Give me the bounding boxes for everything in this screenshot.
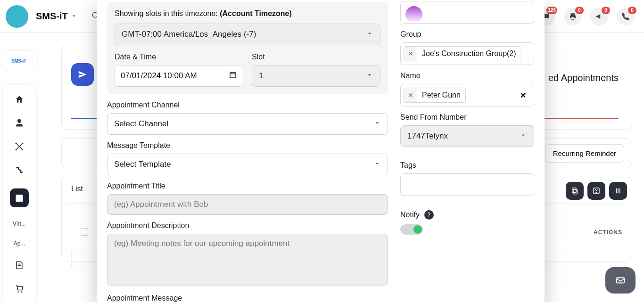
announce-badge: 0 <box>602 7 610 14</box>
ed-appointments-label: ed Appointments <box>548 73 619 83</box>
nav-text-virt[interactable]: Virt... <box>13 220 26 227</box>
nav-network[interactable] <box>14 141 25 152</box>
chevron-down-icon <box>373 160 381 170</box>
date-value: 07/01/2024 10:00 AM <box>121 71 197 81</box>
svg-point-4 <box>22 143 23 144</box>
copy-icon <box>570 187 579 195</box>
tab-list[interactable]: List <box>71 185 83 200</box>
chevron-down-icon <box>366 71 373 81</box>
toggle-knob <box>413 225 422 234</box>
select-all-checkbox[interactable] <box>81 228 88 236</box>
svg-point-6 <box>22 149 23 150</box>
nav-text-ap[interactable]: Ap... <box>14 240 25 247</box>
brand-label: SMS-iT <box>36 11 68 22</box>
tags-label: Tags <box>400 161 534 170</box>
color-box[interactable] <box>400 1 534 24</box>
svg-point-8 <box>21 291 23 293</box>
slot-label: Slot <box>252 53 380 61</box>
send-icon <box>77 69 88 80</box>
description-textarea[interactable] <box>107 234 388 286</box>
modal-left-column: Showing slots in this timezone: (Account… <box>107 0 388 302</box>
channel-select[interactable]: Select Channel <box>107 113 388 135</box>
tz-bold: (Account Timezone) <box>220 9 292 17</box>
name-tag-text: Peter Gunn <box>417 91 465 99</box>
printer-icon <box>569 12 577 21</box>
sendfrom-value: 1747Telynx <box>407 131 448 141</box>
chevron-down-icon <box>373 119 381 129</box>
name-tagbox[interactable]: ✕ Peter Gunn ✕ <box>400 84 534 106</box>
svg-point-7 <box>17 291 19 293</box>
megaphone-icon <box>595 12 603 21</box>
phone-badge: 0 <box>628 7 636 14</box>
group-tag-text: Joe's Construction Group(2) <box>417 49 521 58</box>
chevron-down-icon <box>366 30 373 40</box>
brand-menu[interactable]: SMS-iT <box>36 11 77 22</box>
svg-point-3 <box>16 143 17 144</box>
print-badge: 0 <box>575 7 584 14</box>
rail-logo-text: SMS-iT <box>12 58 26 64</box>
header-phone-button[interactable]: 0 <box>617 8 635 25</box>
timezone-select[interactable]: GMT-07:00 America/Los_Angeles (-7) <box>115 24 380 45</box>
sendfrom-select[interactable]: 1747Telynx <box>400 125 534 147</box>
channel-value: Select Channel <box>114 119 168 129</box>
group-tagbox[interactable]: ✕ Joe's Construction Group(2) <box>400 42 534 65</box>
date-time-input[interactable]: 07/01/2024 10:00 AM <box>115 65 243 87</box>
date-label: Date & Time <box>115 53 243 61</box>
toolbar-copy[interactable] <box>566 182 584 200</box>
template-select[interactable]: Select Template <box>107 154 388 175</box>
header-actions: 126 0 0 0 <box>537 8 639 25</box>
columns-icon <box>614 187 622 195</box>
name-tag: ✕ Peter Gunn <box>404 88 466 103</box>
clear-name-icon[interactable]: ✕ <box>520 91 526 100</box>
nav-home[interactable] <box>14 94 25 105</box>
nav-calendar[interactable] <box>10 188 29 207</box>
channel-label: Appointment Channel <box>107 101 388 109</box>
nav-notes[interactable] <box>14 260 25 270</box>
group-label: Group <box>400 30 534 39</box>
title-input[interactable] <box>107 194 388 215</box>
appointment-modal: Showing slots in this timezone: (Account… <box>97 0 545 302</box>
toolbar-columns[interactable] <box>609 182 627 200</box>
svg-rect-12 <box>230 72 236 77</box>
chat-badge: 126 <box>546 7 557 14</box>
calendar-icon <box>229 71 237 82</box>
svg-rect-9 <box>573 189 577 194</box>
left-rail: Virt... Ap... <box>3 85 36 302</box>
support-chat-button[interactable] <box>605 267 636 294</box>
sendfrom-label: Send From Number <box>400 113 534 122</box>
notify-toggle[interactable] <box>400 224 423 235</box>
avatar[interactable] <box>6 5 28 28</box>
nav-user[interactable] <box>14 118 25 128</box>
svg-rect-13 <box>617 278 625 283</box>
tags-input[interactable] <box>400 173 534 196</box>
msg-label: Appointment Message <box>107 294 388 302</box>
header-print-button[interactable]: 0 <box>564 8 582 25</box>
group-tag: ✕ Joe's Construction Group(2) <box>404 46 521 61</box>
send-button[interactable] <box>71 63 94 86</box>
toolbar-export[interactable] <box>587 182 605 200</box>
slot-value: 1 <box>259 71 263 81</box>
nav-cart[interactable] <box>14 284 25 294</box>
chevron-down-icon <box>71 11 77 22</box>
nav-flow[interactable] <box>14 165 25 175</box>
template-label: Message Template <box>107 141 388 150</box>
header-announce-button[interactable]: 0 <box>590 8 608 25</box>
remove-group-icon[interactable]: ✕ <box>404 47 417 61</box>
tz-prefix: Showing slots in this timezone: <box>115 9 220 17</box>
svg-point-2 <box>18 146 20 147</box>
rail-logo[interactable]: SMS-iT <box>0 51 38 71</box>
help-icon[interactable]: ? <box>424 210 434 220</box>
table-toolbar <box>566 182 627 200</box>
timezone-line: Showing slots in this timezone: (Account… <box>115 9 380 18</box>
export-icon <box>592 187 601 195</box>
svg-rect-10 <box>572 188 576 193</box>
notify-label: Notify <box>400 211 420 219</box>
svg-point-5 <box>16 149 17 150</box>
recurring-reminder-button[interactable]: Recurring Reminder <box>545 144 624 163</box>
remove-name-icon[interactable]: ✕ <box>404 88 417 102</box>
th-actions: ACTIONS <box>594 229 622 236</box>
timezone-value: GMT-07:00 America/Los_Angeles (-7) <box>122 30 256 39</box>
slot-select[interactable]: 1 <box>252 65 380 87</box>
color-swatch <box>405 6 422 23</box>
title-label: Appointment Title <box>107 182 388 190</box>
